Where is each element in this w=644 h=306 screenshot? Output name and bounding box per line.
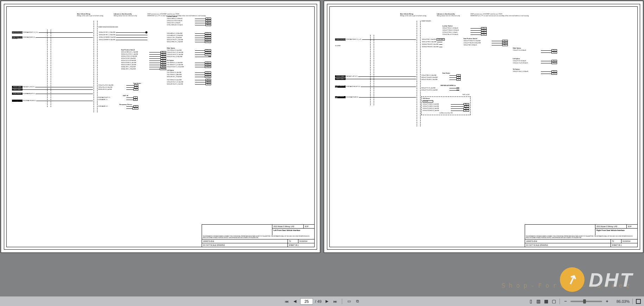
connector-tilt: Tilt Option 1355I=1P OS=U_5.0S A=S5PTn2P…	[513, 68, 557, 75]
arrow-icon: ↗	[565, 271, 580, 288]
connector-seat-pos: Seat Position Switch 1655I=1P O5H=VC 0.5…	[463, 38, 508, 46]
pin-row: PTn6	[513, 51, 557, 54]
page-total-label: / 49	[315, 299, 321, 304]
wire-row: 5655D=10G 0.5_A=S5MY11	[98, 88, 138, 90]
pin-row: 5655I=10 BK=OI 5_2 A=S5MPT1-5	[167, 41, 211, 43]
pin-row: 5555I=1P 0D-HD 0.5_A=S5MPFn1	[423, 110, 469, 112]
pin-row: PTn1	[513, 73, 557, 75]
connector-lift: Lift Option 1155I=1P 5D 5.0S A=S5PTn2115…	[513, 58, 557, 64]
next-page-button[interactable]: ▶	[324, 298, 330, 305]
boundary-line	[97, 21, 97, 112]
ground-label: 41=GND	[12, 38, 18, 39]
connector-lumbar: Lumbar Station 1355I=1P RD=VL 5.0S A=S5P…	[442, 25, 487, 36]
terminal-block: PT/BODY/CAN/LO	[335, 78, 346, 80]
zoom-out-button[interactable]: −	[563, 299, 568, 304]
pin-row: 5655A=1 BD 1_2S A=S5MPFn10	[121, 68, 166, 70]
pin-row: 1255I=1P BL=VC 0.5S A=S5PFn4	[442, 33, 487, 36]
terminal-block: LT/SEAT/PWR/BUS/REAR1	[12, 31, 23, 33]
sheet-right: Main Vehicle Wiring Wiring on this side …	[324, 1, 643, 253]
zoom-slider-thumb[interactable]	[583, 299, 586, 304]
terminal-block: PT/BODY/CAN/HI	[335, 75, 346, 77]
terminal-block: PT/SEC/CAN/GND-BUS	[335, 86, 346, 88]
continuous-page-icon[interactable]: ▥	[536, 299, 541, 304]
note-box: DCB/SEAT/	[436, 38, 445, 40]
connector-sop: SOP_R1 PR037AA OG-WT 1.511G2054AA BK 1.5…	[98, 96, 138, 101]
connector-lift: Lift Option 7555 2D5H-U 5.0_A=S5MPT3-575…	[167, 69, 211, 78]
facing-page-icon[interactable]: ▦	[543, 299, 549, 304]
single-page-icon[interactable]: ▯	[528, 299, 533, 304]
connector-label: X090F/X091F/X091N/X091VHC	[98, 26, 118, 28]
book-view-icon[interactable]: ▢	[551, 299, 557, 304]
pin-row: 7555=1D 5H-VC 5_0.5 A=S5MPT8-9	[167, 66, 211, 68]
zoom-slider[interactable]	[570, 301, 602, 302]
pin-row: 5655I=3D 5H 1_2S A=S5MPT3-g	[167, 76, 211, 78]
connector-tilt: Tilt Option 7555 3D5H=U 5_0.5 A=S5MPT8-d…	[167, 60, 211, 68]
first-page-button[interactable]: ⏮	[283, 298, 290, 305]
fullscreen-button[interactable]	[636, 299, 641, 304]
connector-slide: Slide Option 7155I=1P O5 0.5S A=S5PTn7PT…	[513, 47, 557, 54]
connector-occupancy: Occupancy Sensor G2052AA BK 5.0Fn170 =1	[98, 105, 138, 110]
title-block: 2013 Model S Wiring: LHD SOP Left Front …	[202, 224, 314, 247]
terminal-block: PT/BODY/CAN/LO	[12, 88, 23, 90]
connector-sop: RED REF/LATCH/PRE Cut 5655I=1P O5 0.5_A=…	[421, 87, 459, 91]
watermark: ↗ DHT	[560, 267, 633, 292]
connector-seat-heater: Seat Heater 7255I=1YL=OG 0.5 A=S5MY17325…	[98, 84, 138, 90]
pin-row: 5655I=3D 5H=OI 5_2 A=S5MPFn4	[167, 83, 211, 85]
terminal-block: ---	[12, 100, 23, 102]
terminal-block: PT/BODY/CAN/HI	[12, 86, 23, 88]
viewer-toolbar: ⏮ ◀ / 49 ▶ ⏭ ▭ ⧉ ▯ ▥ ▦ ▢ − + 86.03%	[0, 296, 644, 306]
wire-row: G2054AA BK 1.531	[98, 99, 138, 101]
zoom-in-button[interactable]: +	[604, 299, 610, 304]
wire-row: 70 =1	[98, 107, 138, 110]
terminal-block: PT/SEC/PWR/LA-BUS	[335, 96, 346, 98]
wire-row: 5555I=1P O5-VG 0.5_A=S5M	[421, 89, 459, 91]
connector-label: X090F/X091HC	[421, 20, 431, 22]
drawing-note: Main Vehicle Wiring Wiring on this side …	[400, 13, 529, 17]
page-number-input[interactable]	[300, 298, 313, 305]
terminal-block: PT/SEC/PWR/GW	[12, 93, 23, 95]
watermark-faded: Shop-Forces-Succez	[501, 282, 633, 289]
connector-ocs: TH37 st=256 OCS Sensor ICS_RF 5555I=1P 5…	[421, 96, 471, 115]
two-page-button[interactable]: ⧉	[354, 298, 361, 305]
connector-slide: Slide Option 7555 1D5H=U 5.0_A=S5MPT5-d7…	[167, 47, 211, 58]
sheet-left: Main Vehicle Wiring Wiring on this side …	[1, 1, 320, 253]
wire-row: 5655I=1P 0D=HD 2.5 A=S5MY2	[421, 79, 461, 81]
connector-lumbar: Lumbar Station 1355I=1CMD=U_S-0S A=S5PFn…	[167, 15, 211, 26]
page-layout-button[interactable]: ▭	[346, 298, 352, 305]
boundary-line	[94, 21, 94, 112]
boundary-line	[420, 21, 421, 126]
connector-seat-pos: Seat Position Switch 5655C=9CBKD=G 5_2 A…	[121, 49, 166, 70]
connector-misc: 7552 1D5H=U 5.0_A=S5MPFn31255I=1D 5H-U 5…	[167, 79, 211, 85]
terminal-block: RT/PSEAT/PWR/FRD/BUS	[335, 38, 346, 40]
pin-row: 1155I=1Q YL=D 5.0S A=S5PTn1	[513, 62, 557, 64]
splice	[145, 31, 147, 33]
zoom-level-label: 86.03%	[612, 299, 630, 304]
pin-row: 1355I=1P BD 5.0S A=S5PFn7	[463, 44, 508, 46]
connector-pt4: 1355I=6HD=U 5_0S A=S5MPT1-11252I=6HD=IF …	[167, 32, 211, 43]
connector-seat-heater: Seat Heater 7255I=1P BD-U 5.0 A=S5MY1565…	[421, 74, 461, 81]
title-block: 2013 Model S Wiring: LHD SOP Right Front…	[525, 224, 637, 247]
prev-page-button[interactable]: ◀	[292, 298, 298, 305]
last-page-button[interactable]: ⏭	[332, 298, 339, 305]
pin-row: 7655I=1D 5H-U_5.0 A=S5M	[167, 56, 211, 58]
pin-row: U170I=1CBD=U0.5 0.5 A=S5PFn4	[167, 24, 211, 26]
boundary-line	[417, 21, 417, 126]
ground-label: 41=GND	[335, 45, 341, 46]
